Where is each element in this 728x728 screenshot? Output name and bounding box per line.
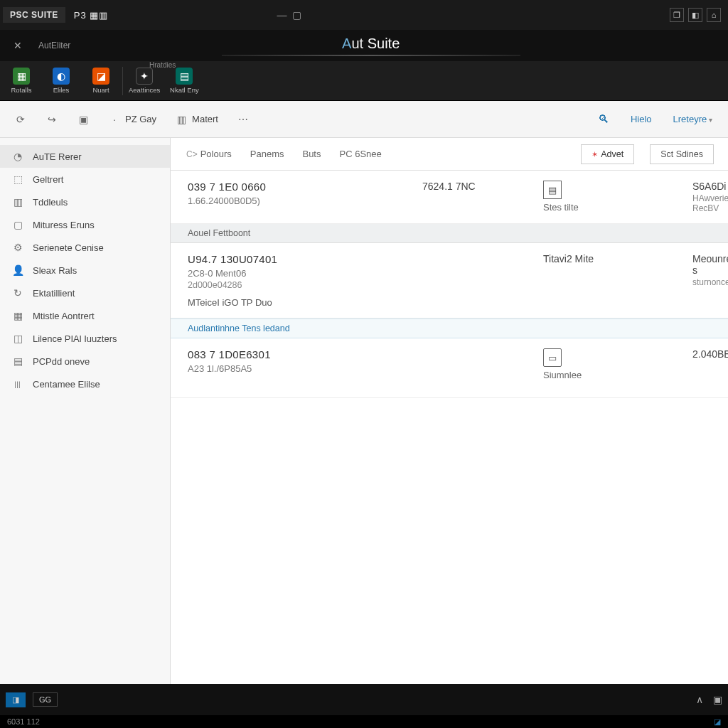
sidebar-item-serienete[interactable]: ⚙Serienete Cenise (0, 236, 170, 259)
item-status: S6A6Di (692, 181, 728, 192)
sidebar-item-pcpdd[interactable]: ▤PCPdd oneve (0, 350, 170, 373)
doc-icon: ▤ (11, 355, 24, 368)
item-id: 083 7 1D0E6301 (188, 348, 415, 360)
title-bar: PSC SUITE P3 ▦▥ — ▢ ❐ ◧ ⌂ (0, 0, 728, 30)
settings-button[interactable]: Sct Sdines (650, 144, 714, 164)
sidebar-item-aute-rerer[interactable]: ◔AuTE Rerer (0, 145, 170, 168)
tray-up-icon[interactable]: ∧ (696, 694, 703, 705)
section-header: Aouel Fettboont (171, 224, 728, 243)
product-code: P3 ▦▥ (74, 10, 109, 21)
document-icon: ▤ (543, 181, 562, 199)
item-subid: A23 1l./6P85A5 (188, 363, 415, 374)
section-link-header[interactable]: Audlantinhne Tens ledand (171, 318, 728, 338)
ribbon-tile-nkatleny[interactable]: ▤Nkatl Eny (168, 68, 200, 94)
globe-icon: ◐ (53, 68, 70, 85)
maximize-small-icon[interactable]: ▢ (292, 9, 301, 21)
ribbon-tile-rotalls[interactable]: ▦Rotalls (6, 68, 37, 94)
ribbon-separator (122, 67, 123, 95)
module-button[interactable]: ▣ (71, 110, 95, 129)
tab-bar: C>Polours Panems Buts PC 6Snee ✶Advet Sc… (171, 138, 728, 171)
tab-buts[interactable]: Buts (301, 144, 322, 164)
taskbar: ◨ GG ∧ ▣ (0, 684, 728, 715)
item-id: 039 7 1E0 0660 (188, 181, 415, 193)
action-bar: ⟳ ↪ ▣ ·PZ Gay ▥Matert ⋯ 🔍︎ Hielo Lreteyr… (0, 101, 728, 138)
add-button[interactable]: ✶Advet (581, 144, 634, 164)
box-icon: ◪ (92, 68, 109, 85)
pz-gay-button[interactable]: ·PZ Gay (102, 110, 162, 129)
folder-icon: ▭ (543, 348, 562, 367)
ribbon-toolbar: Hratdies ▦Rotalls ◐Eliles ◪Nuart ✦Aeatti… (0, 61, 728, 101)
refresh-button[interactable]: ⟳ (9, 110, 33, 129)
tab-pc6snee[interactable]: PC 6Snee (338, 144, 382, 164)
layout-icon: ▥ (175, 113, 188, 126)
sidebar-item-lilence[interactable]: ◫Lilence PIAl Iuuzters (0, 327, 170, 350)
sidebar-item-centamee[interactable]: ⫼Centamee Elilse (0, 373, 170, 395)
dot-icon: · (108, 113, 121, 126)
ribbon-tile-aeattinces[interactable]: ✦Aeattinces (129, 68, 160, 94)
subtitle-bar: ✕ AutEliter Aut Suite (0, 30, 728, 61)
app-title: Aut Suite (70, 36, 671, 56)
placeholder-icon: ⬚ (11, 173, 24, 186)
sidebar-item-mtistle[interactable]: ▦Mtistle Aontrert (0, 304, 170, 327)
grid2-icon: ▦ (11, 309, 24, 322)
sidebar-item-ektat[interactable]: ↻Ektatillient (0, 282, 170, 304)
ribbon-tile-eliles[interactable]: ◐Eliles (46, 68, 77, 94)
disk-icon: ▤ (176, 68, 193, 85)
sliders-icon: ⫼ (11, 378, 24, 390)
item-status: Meounredin s (692, 253, 728, 276)
radar-icon: ◔ (11, 150, 24, 163)
sidebar-item-tddleuls[interactable]: ▥Tddleuls (0, 191, 170, 213)
app-suite-badge: PSC SUITE (3, 7, 65, 23)
more-icon: ⋯ (237, 113, 250, 126)
ribbon-group-label: Hratdies (149, 61, 176, 69)
module-icon: ▣ (77, 113, 90, 126)
item-subid: 2C8-0 Ment06 (188, 268, 415, 279)
window-snap-icon[interactable]: ◧ (688, 8, 702, 22)
forward-icon: ↪ (46, 113, 58, 126)
taskbar-app-button[interactable]: GG (33, 692, 58, 707)
item-caption: Siumnlee (543, 370, 685, 380)
minimize-icon[interactable]: — (277, 9, 287, 21)
user-icon: 👤 (11, 264, 24, 277)
list-item[interactable]: U94.7 130U07401 2C8-0 Ment06 2d000e04286… (171, 243, 728, 318)
cycle-icon: ↻ (11, 287, 24, 299)
start-button[interactable]: ◨ (6, 692, 26, 707)
item-extra: 2d000e04286 (188, 280, 415, 290)
main-panel: C>Polours Panems Buts PC 6Snee ✶Advet Sc… (171, 138, 728, 684)
refresh-icon: ⟳ (14, 113, 27, 126)
status-corner-icon[interactable]: ◪ (714, 717, 721, 727)
sidebar-item-sleax[interactable]: 👤Sleax Rals (0, 259, 170, 282)
sparkle-icon: ✦ (136, 68, 153, 85)
grid-icon: ▦ (13, 68, 30, 85)
ribbon-tile-nuart[interactable]: ◪Nuart (85, 68, 117, 94)
window-home-icon[interactable]: ⌂ (707, 8, 721, 22)
tray-note-icon[interactable]: ▣ (713, 694, 722, 705)
item-caption: Titavi2 Mite (543, 253, 685, 264)
matert-button[interactable]: ▥Matert (169, 110, 224, 129)
sidebar: ◔AuTE Rerer ⬚Geltrert ▥Tddleuls ▢Mitures… (0, 138, 171, 684)
sidebar-item-mituress[interactable]: ▢Mituress Eruns (0, 213, 170, 236)
list-item[interactable]: 083 7 1D0E6301 A23 1l./6P85A5 ▭ Siumnlee… (171, 338, 728, 398)
pin-icon: ✶ (592, 150, 598, 159)
tab-polours[interactable]: C>Polours (185, 144, 233, 164)
gear-icon: ⚙ (11, 241, 24, 254)
forward-button[interactable]: ↪ (40, 110, 64, 129)
search-icon[interactable]: 🔍︎ (591, 110, 616, 129)
item-note: HAwveries RecBV (692, 193, 728, 213)
help-link[interactable]: Hielo (623, 111, 659, 127)
language-dropdown[interactable]: Lreteyre (666, 111, 719, 127)
more-button[interactable]: ⋯ (231, 110, 255, 129)
item-id: U94.7 130U07401 (188, 253, 415, 265)
list-item[interactable]: 039 7 1E0 0660 1.66.24000B0D5) 7624.1 7N… (171, 171, 728, 224)
close-icon[interactable]: ✕ (14, 40, 22, 51)
panel-icon: ◫ (11, 332, 24, 345)
sidebar-item-geltrert[interactable]: ⬚Geltrert (0, 168, 170, 191)
status-line: 6031 112 ◪ (0, 715, 728, 728)
list-icon: ▥ (11, 196, 24, 208)
record-list: 039 7 1E0 0660 1.66.24000B0D5) 7624.1 7N… (171, 171, 728, 684)
window-restore-icon[interactable]: ❐ (670, 8, 684, 22)
breadcrumb[interactable]: AutEliter (36, 41, 70, 50)
item-note: sturnonce. (692, 277, 728, 287)
square-icon: ▢ (11, 218, 24, 231)
tab-panems[interactable]: Panems (249, 144, 286, 164)
